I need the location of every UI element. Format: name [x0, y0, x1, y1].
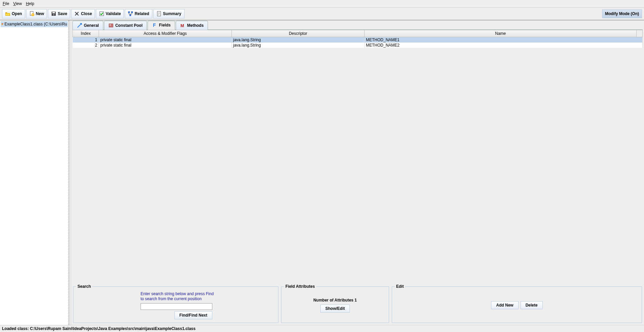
- cell-descriptor: java.lang.String: [232, 37, 365, 43]
- modify-mode-label: Modify Mode (On): [605, 11, 639, 16]
- new-button[interactable]: New: [26, 9, 47, 18]
- attrs-panel-title: Field Attributes: [284, 284, 316, 289]
- scrollbar-stub: [637, 30, 643, 37]
- general-tab-icon: [77, 23, 82, 28]
- search-panel: Search Enter search string below and pre…: [73, 286, 278, 323]
- cell-name: METHOD_NAME1: [365, 37, 643, 43]
- svg-point-11: [2, 23, 3, 24]
- svg-text:M: M: [180, 23, 184, 28]
- summary-label: Summary: [163, 11, 181, 16]
- cell-flags: private static final: [99, 37, 232, 43]
- modify-mode-button[interactable]: Modify Mode (On): [602, 9, 642, 18]
- menu-view[interactable]: View: [13, 1, 22, 6]
- tab-general[interactable]: General: [72, 21, 103, 30]
- methods-tab-icon: M: [180, 23, 185, 28]
- svg-rect-6: [128, 11, 130, 13]
- validate-button[interactable]: Validate: [96, 9, 124, 18]
- tab-fields-label: Fields: [159, 23, 171, 27]
- svg-rect-3: [52, 12, 55, 13]
- related-icon: [128, 11, 133, 16]
- col-name[interactable]: Name: [365, 30, 637, 37]
- svg-rect-4: [53, 14, 55, 15]
- validate-icon: [99, 11, 104, 16]
- tab-methods-label: Methods: [187, 23, 204, 28]
- table-row[interactable]: 2private static finaljava.lang.StringMET…: [73, 43, 643, 48]
- close-icon: [74, 11, 79, 16]
- open-folder-icon: [5, 11, 10, 16]
- svg-rect-12: [109, 24, 113, 27]
- toolbar: Open New Save Close Validate Related Sum…: [0, 7, 644, 20]
- bottom-panels: Search Enter search string below and pre…: [71, 285, 644, 325]
- field-attributes-panel: Field Attributes Number of Attributes 1 …: [281, 286, 389, 323]
- summary-icon: [156, 11, 162, 16]
- svg-text:F: F: [153, 22, 156, 28]
- fields-table-wrap: Index Access & Modifier Flags Descriptor…: [72, 29, 643, 285]
- menu-file[interactable]: File: [3, 1, 9, 6]
- validate-label: Validate: [106, 11, 121, 16]
- cell-index: 1: [73, 37, 99, 43]
- related-button[interactable]: Related: [125, 9, 152, 18]
- fields-tab-icon: F: [152, 22, 157, 28]
- fields-table: Index Access & Modifier Flags Descriptor…: [72, 30, 643, 48]
- table-row[interactable]: 1private static finaljava.lang.StringMET…: [73, 37, 643, 43]
- sidebar: ExampleClass1.class (C:\Users\Ru: [0, 20, 69, 325]
- svg-rect-13: [110, 24, 111, 25]
- show-edit-button[interactable]: Show/Edit: [320, 305, 350, 313]
- find-button[interactable]: Find/Find Next: [174, 311, 212, 319]
- summary-button[interactable]: Summary: [153, 9, 184, 18]
- edit-panel: Edit Add New Delete: [392, 286, 642, 323]
- open-label: Open: [12, 11, 22, 16]
- save-label: Save: [58, 11, 67, 16]
- col-flags[interactable]: Access & Modifier Flags: [99, 30, 232, 37]
- cell-name: METHOD_NAME2: [365, 43, 643, 48]
- svg-rect-5: [100, 12, 104, 16]
- menubar: File View Help: [0, 0, 644, 7]
- close-label: Close: [81, 11, 92, 16]
- save-icon: [51, 11, 56, 16]
- tab-methods[interactable]: M Methods: [176, 21, 208, 30]
- tab-general-label: General: [84, 23, 99, 28]
- col-descriptor[interactable]: Descriptor: [232, 30, 365, 37]
- add-new-button[interactable]: Add New: [491, 301, 518, 309]
- edit-panel-title: Edit: [395, 284, 405, 289]
- tab-constant-pool-label: Constant Pool: [115, 23, 143, 28]
- delete-button[interactable]: Delete: [521, 301, 543, 309]
- svg-rect-7: [131, 11, 133, 13]
- tabs: General Constant Pool F Fields M Methods: [71, 20, 644, 29]
- search-input[interactable]: [141, 303, 212, 310]
- constant-pool-tab-icon: [108, 23, 114, 28]
- cell-descriptor: java.lang.String: [232, 43, 365, 48]
- tree-item-label: ExampleClass1.class (C:\Users\Ru: [4, 22, 67, 26]
- cell-flags: private static final: [99, 43, 232, 48]
- cell-index: 2: [73, 43, 99, 48]
- tab-constant-pool[interactable]: Constant Pool: [104, 21, 147, 30]
- menu-help[interactable]: Help: [26, 1, 34, 6]
- main-area: ExampleClass1.class (C:\Users\Ru General…: [0, 20, 644, 325]
- save-button[interactable]: Save: [48, 9, 70, 18]
- new-file-icon: [29, 11, 35, 16]
- class-file-icon: [1, 21, 3, 27]
- tab-fields[interactable]: F Fields: [148, 21, 175, 30]
- content: General Constant Pool F Fields M Methods…: [71, 20, 644, 325]
- close-button[interactable]: Close: [71, 9, 95, 18]
- open-button[interactable]: Open: [2, 9, 25, 18]
- search-panel-title: Search: [76, 284, 92, 289]
- col-index[interactable]: Index: [73, 30, 99, 37]
- tree-item-class[interactable]: ExampleClass1.class (C:\Users\Ru: [1, 21, 68, 27]
- attrs-count: Number of Attributes 1: [313, 298, 357, 303]
- new-label: New: [36, 11, 44, 16]
- statusbar: Loaded class: C:\Users\Rupam Saini\IdeaP…: [0, 325, 644, 332]
- search-hint: Enter search string below and press Find…: [141, 291, 275, 302]
- related-label: Related: [135, 11, 149, 16]
